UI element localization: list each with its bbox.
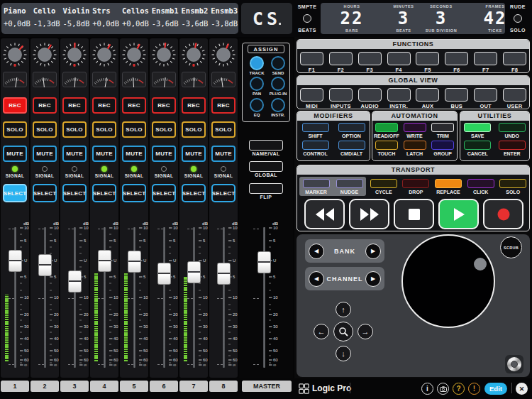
channel-tab-2[interactable]: 2 — [31, 381, 59, 392]
stop-button[interactable] — [394, 199, 434, 229]
rewind-button[interactable] — [304, 199, 345, 229]
mute-button[interactable]: MUTE — [122, 146, 146, 162]
channel-tab-4[interactable]: 4 — [90, 381, 118, 392]
channel-tab-3[interactable]: 3 — [60, 381, 89, 392]
solo-button[interactable]: SOLO — [211, 121, 235, 138]
bank-left-button[interactable]: ◀ — [309, 244, 324, 259]
info-button[interactable]: i — [421, 383, 433, 395]
globalview-aux-button[interactable] — [416, 88, 439, 102]
bank-right-button[interactable]: ▶ — [365, 244, 381, 259]
function-f4-button[interactable] — [387, 52, 411, 65]
assign-eq-button[interactable] — [250, 98, 264, 112]
fader-handle[interactable] — [98, 250, 111, 272]
solo-button[interactable]: SOLO — [3, 121, 27, 138]
automation-write-button[interactable] — [404, 123, 426, 132]
rec-button[interactable]: REC — [33, 97, 57, 114]
select-button[interactable]: SELECT — [3, 184, 27, 202]
select-button[interactable]: SELECT — [33, 184, 57, 202]
cursor-right-button[interactable]: → — [358, 324, 373, 339]
transport-cycle-button[interactable] — [370, 179, 397, 188]
transport-replace-button[interactable] — [435, 179, 462, 188]
tab-master[interactable]: MASTER — [242, 381, 292, 392]
channel-tab-7[interactable]: 7 — [179, 381, 208, 392]
flip-button[interactable] — [249, 183, 283, 194]
pan-knob[interactable] — [1, 40, 29, 70]
grid-view-icon[interactable] — [299, 383, 309, 394]
globalview-user-button[interactable] — [503, 88, 526, 102]
select-button[interactable]: SELECT — [211, 184, 235, 202]
function-f2-button[interactable] — [329, 52, 353, 65]
record-button[interactable] — [483, 199, 523, 229]
play-button[interactable] — [438, 199, 479, 229]
globalview-out-button[interactable] — [474, 88, 497, 102]
function-f3-button[interactable] — [358, 52, 382, 65]
channel-tab-1[interactable]: 1 — [1, 381, 29, 392]
rec-button[interactable]: REC — [62, 97, 87, 114]
utility-undo-button[interactable] — [499, 123, 526, 132]
function-f8-button[interactable] — [503, 52, 526, 65]
utility-cancel-button[interactable] — [464, 141, 491, 150]
forward-button[interactable] — [349, 199, 389, 229]
pan-knob[interactable] — [120, 40, 148, 70]
pan-knob[interactable] — [60, 40, 89, 70]
transport-marker-button[interactable] — [303, 179, 330, 188]
select-button[interactable]: SELECT — [92, 184, 116, 202]
automation-readoff-button[interactable] — [375, 123, 398, 132]
mute-button[interactable]: MUTE — [152, 146, 176, 162]
assign-track-button[interactable] — [250, 56, 264, 70]
nameval-button[interactable] — [249, 140, 283, 151]
transport-solo-button[interactable] — [499, 179, 526, 188]
select-button[interactable]: SELECT — [182, 184, 206, 202]
assign-instr-button[interactable] — [271, 98, 285, 112]
modifier-cmdalt-button[interactable] — [338, 141, 365, 150]
assign-pan-button[interactable] — [250, 77, 264, 91]
utility-enter-button[interactable] — [499, 141, 526, 150]
close-button[interactable]: ✕ — [516, 383, 528, 395]
automation-group-button[interactable] — [431, 141, 454, 150]
mute-button[interactable]: MUTE — [211, 146, 235, 162]
globalview-instr-button[interactable] — [387, 88, 411, 102]
channel-right-button[interactable]: ▶ — [365, 271, 381, 287]
globalview-midi-button[interactable] — [300, 88, 323, 102]
function-f1-button[interactable] — [300, 52, 323, 65]
help-button[interactable]: ? — [453, 383, 465, 395]
modifier-shift-button[interactable] — [302, 123, 329, 132]
mute-button[interactable]: MUTE — [182, 146, 206, 162]
rec-button[interactable]: REC — [182, 97, 206, 114]
transport-click-button[interactable] — [467, 179, 494, 188]
rec-button[interactable]: REC — [92, 97, 116, 114]
channel-tab-8[interactable]: 8 — [209, 381, 238, 392]
function-f5-button[interactable] — [416, 52, 439, 65]
modifier-control-button[interactable] — [302, 141, 329, 150]
channel-tab-5[interactable]: 5 — [120, 381, 148, 392]
assign-plugin-button[interactable] — [271, 77, 285, 91]
fader-handle[interactable] — [128, 251, 141, 273]
mute-button[interactable]: MUTE — [62, 146, 87, 162]
rec-button[interactable]: REC — [152, 97, 176, 114]
fader-handle[interactable] — [217, 263, 231, 285]
cursor-down-button[interactable]: ↓ — [336, 346, 351, 361]
select-button[interactable]: SELECT — [122, 184, 146, 202]
fader-handle[interactable] — [9, 250, 22, 272]
rec-button[interactable]: REC — [3, 97, 27, 114]
alert-button[interactable]: ! — [468, 383, 480, 395]
select-button[interactable]: SELECT — [62, 184, 87, 202]
channel-tab-6[interactable]: 6 — [150, 381, 178, 392]
pan-knob[interactable] — [179, 40, 208, 70]
transport-drop-button[interactable] — [402, 179, 429, 188]
zoom-button[interactable] — [333, 322, 353, 341]
globalview-bus-button[interactable] — [445, 88, 468, 102]
cursor-left-button[interactable]: ← — [314, 324, 329, 339]
solo-button[interactable]: SOLO — [182, 121, 206, 138]
transport-nudge-button[interactable] — [336, 179, 363, 188]
automation-trim-button[interactable] — [431, 123, 454, 132]
select-button[interactable]: SELECT — [152, 184, 176, 202]
solo-button[interactable]: SOLO — [62, 121, 87, 138]
screenshot-button[interactable] — [437, 383, 449, 395]
mute-button[interactable]: MUTE — [33, 146, 57, 162]
solo-button[interactable]: SOLO — [92, 121, 116, 138]
fader-handle[interactable] — [187, 261, 201, 283]
mute-button[interactable]: MUTE — [92, 146, 116, 162]
jog-wheel[interactable] — [401, 234, 495, 328]
automation-latch-button[interactable] — [404, 141, 426, 150]
